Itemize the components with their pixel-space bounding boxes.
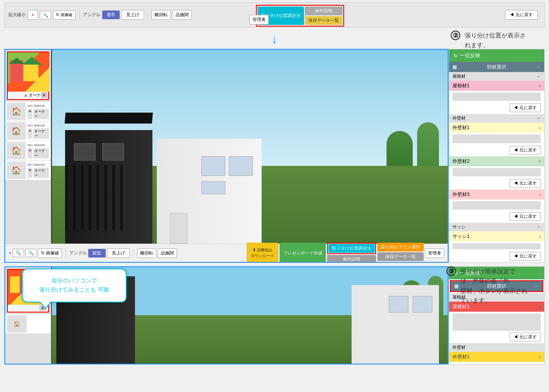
- thumb-info-4: NO IMAGE A オーナー: [28, 163, 49, 178]
- distance-button[interactable]: 品施関: [173, 10, 192, 20]
- panel-v-5: [97, 165, 99, 230]
- outer1-chevron: ›: [539, 125, 541, 131]
- distance-toolbar-btn[interactable]: 品施関: [158, 248, 177, 258]
- operation-button[interactable]: 操作説明: [305, 7, 342, 15]
- refresh-toolbar-btn[interactable]: ↻ 画像確: [38, 248, 62, 258]
- roof-section-label: 屋根材: [452, 73, 466, 79]
- view-active-btn[interactable]: 観覧: [88, 249, 106, 258]
- view-lookup-btn[interactable]: 見上げ: [107, 248, 130, 258]
- thumb-close-btn[interactable]: ✕: [41, 92, 47, 98]
- bottom-thumb-item-1[interactable]: 🏠: [5, 314, 51, 334]
- thumb-info-1: NO IMAGE A オーナー: [28, 104, 49, 119]
- save-button[interactable]: 保存データ一覧: [305, 16, 342, 25]
- tag-b-3: オーナー: [33, 148, 49, 158]
- anno2-line2: れます。: [465, 40, 526, 50]
- thumb-label-2: NO IMAGE: [28, 124, 49, 127]
- active-thumbnail[interactable]: A オーナー ✕: [7, 52, 49, 100]
- zoom-btn[interactable]: 🔍: [25, 249, 37, 257]
- panel-v-8: [120, 165, 123, 230]
- material-section-header: ▦ 部材選択 －: [449, 62, 544, 72]
- thumbnail-item-4[interactable]: 🏠 NO IMAGE A オーナー: [5, 161, 51, 180]
- angle-label: アングル: [83, 12, 100, 18]
- house-3d-icon: [12, 57, 45, 87]
- outer2-row[interactable]: 外壁材2 ›: [449, 156, 544, 166]
- manage-button[interactable]: 管理者: [249, 15, 269, 24]
- panel-v-7: [112, 165, 115, 230]
- rotate-toolbar-btn[interactable]: 離回転: [137, 248, 156, 258]
- thumbnail-item-1[interactable]: 🏠 NO IMAGE A オーナー: [5, 102, 51, 121]
- top-back-button-area: ◀ 元に戻す: [505, 10, 538, 20]
- panel-v-3: [81, 165, 83, 230]
- bottom-outer1-label: 外壁材1: [452, 354, 470, 360]
- angle-toolbar-label: アングル: [69, 250, 87, 256]
- annotation-3: ③ 張り分け簡単設定で は、外装の各「外 壁材」ボタンが表示され ています。: [446, 266, 540, 306]
- thumb-ab-4: A オーナー: [28, 168, 49, 178]
- thumbnail-item-3[interactable]: 🏠 NO IMAGE A オーナー: [5, 141, 51, 161]
- save-toolbar-btn[interactable]: 保存データ一覧: [377, 252, 424, 261]
- anno3-line1: 張り分け簡単設定で: [460, 266, 528, 276]
- sash-section-label: サッシ: [452, 224, 466, 230]
- zoom-out-button[interactable]: 🔍: [40, 11, 51, 19]
- b-win-r-1: [413, 296, 432, 313]
- refresh-panel-icon: ↻: [453, 53, 458, 59]
- thumb-ab-3: A オーナー: [28, 148, 49, 158]
- outer1-back-btn[interactable]: ◀ 元に戻す: [510, 146, 541, 155]
- bottom-outer1-row[interactable]: 外壁材1 ›: [449, 352, 544, 362]
- back-button-top[interactable]: ◀ 元に戻す: [505, 10, 538, 20]
- roof-back-btn[interactable]: ◀ 元に戻す: [510, 103, 541, 112]
- sash1-row[interactable]: サッシ1 ›: [449, 231, 544, 241]
- thumbnail-item-2[interactable]: 🏠 NO IMAGE A オーナー: [5, 121, 51, 141]
- panel-v-2: [73, 165, 76, 230]
- right-windows: [201, 156, 253, 194]
- zoom-in-button[interactable]: ＋: [28, 10, 38, 20]
- b-side: [10, 276, 20, 293]
- outer2-back-btn[interactable]: ◀ 元に戻す: [510, 179, 541, 188]
- anno3-line3: 壁材」ボタンが表示され: [460, 286, 528, 296]
- thumb-ab-label: A: [24, 93, 27, 98]
- presentation-btn[interactable]: プレゼンボード作成: [280, 243, 326, 263]
- panel-header-label: 一括反映: [459, 52, 480, 59]
- sash1-chevron: ›: [539, 234, 541, 240]
- position-toolbar-btn[interactable]: 取り分け位置調決法: [328, 244, 375, 253]
- outer3-label: 外壁材3: [452, 191, 470, 198]
- bottom-building-right: [352, 285, 439, 364]
- view-top-button[interactable]: 見上げ: [121, 10, 144, 20]
- outer-minus[interactable]: －: [536, 115, 541, 121]
- outer3-row[interactable]: 外壁材3 ›: [449, 189, 544, 199]
- sash-back-btn[interactable]: ◀ 元に戻す: [510, 252, 541, 261]
- panel-header: ↻ 一括反映: [449, 49, 544, 62]
- roof-section-bar: 屋根材 －: [449, 72, 544, 81]
- refresh-button[interactable]: ↻ 画像確: [53, 10, 76, 20]
- tree-1: [387, 131, 413, 166]
- tag-b-1: オーナー: [33, 109, 49, 119]
- roof1-label: 屋根材1: [452, 83, 470, 89]
- right-btn-group: 操作説明 保存データ一覧: [305, 7, 342, 25]
- rotate-button[interactable]: 離回転: [152, 10, 171, 20]
- divider-v2: [133, 249, 134, 258]
- plan-toolbar-btn[interactable]: 取り分けプラン選択: [377, 243, 424, 251]
- bottom-roof-back[interactable]: ◀ 元に戻す: [510, 333, 541, 341]
- download-btn[interactable]: ⬇ 消費税込ダウンロード: [247, 243, 278, 263]
- thumb-img-4: 🏠: [7, 162, 26, 179]
- b-house-icon-1: 🏠: [14, 321, 20, 327]
- main-viewport: [52, 50, 448, 244]
- roof-minus[interactable]: －: [536, 73, 541, 79]
- house-icon-3: 🏠: [11, 146, 21, 155]
- bubble-line1: 自分のパソコンで: [33, 276, 115, 285]
- top-toolbar-section: 拡大縮小 ＋ 🔍 ↻ 画像確 アングル 通常 見上げ 離回転 品施関 取り分け位…: [4, 2, 545, 28]
- sash1-label: サッシ1: [452, 233, 470, 240]
- manage-toolbar-btn[interactable]: 管理者: [425, 248, 444, 258]
- roof1-row[interactable]: 屋根材1 ›: [449, 81, 544, 91]
- operation-toolbar-btn[interactable]: 操作説明: [327, 255, 376, 263]
- outer1-row[interactable]: 外壁材1 ›: [449, 123, 544, 133]
- tag-b-2: オーナー: [33, 128, 49, 139]
- bottom-outer-label: 外壁材: [452, 345, 466, 350]
- outer-section-bar: 外壁材 －: [449, 114, 544, 123]
- magnify-btn[interactable]: 🔍: [13, 249, 24, 257]
- sash-minus[interactable]: －: [536, 224, 541, 230]
- view-normal-button[interactable]: 通常: [102, 10, 120, 19]
- material-minus-btn[interactable]: －: [536, 64, 541, 70]
- annotation-2: ② 張り分け位置が表示さ れます。: [451, 31, 545, 50]
- outer3-back-btn[interactable]: ◀ 元に戻す: [510, 212, 541, 221]
- arrow-symbol: ↓: [272, 32, 278, 46]
